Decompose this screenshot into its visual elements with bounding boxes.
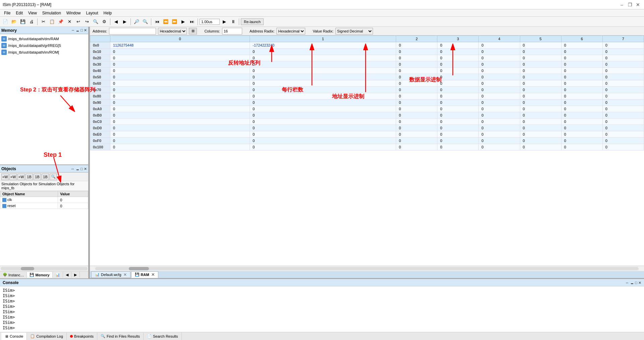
toolbar-arrow-left[interactable]: ◀ (112, 18, 120, 26)
left-tab-nav-right[interactable]: ▶ (71, 272, 80, 278)
memory-table-row-8: 0x8000000000 (90, 93, 644, 99)
btab-search-results[interactable]: 📄 Search Results (144, 333, 182, 340)
toolbar-save[interactable]: 💾 (19, 18, 27, 26)
mem-cell-15-1: 0 (250, 138, 396, 144)
time-input[interactable]: 1.00us (200, 19, 220, 25)
toolbar-paste[interactable]: 📌 (57, 18, 65, 26)
toolbar-play[interactable]: ▶ (179, 18, 187, 26)
hmem-scrollbar[interactable] (90, 266, 644, 271)
toolbar-undo[interactable]: ↩ (74, 18, 82, 26)
objects-close-btn[interactable]: ✕ (84, 167, 87, 171)
memory-close-btn[interactable]: ✕ (84, 28, 87, 32)
toolbar-print[interactable]: 🖨 (28, 18, 36, 26)
restore-button[interactable]: ❐ (627, 2, 633, 8)
address-dropdown-btn[interactable]: Hexadecimal (158, 28, 187, 35)
mem-col-2: 2 (396, 36, 437, 42)
tab-ram[interactable]: 💾 RAM ✕ (131, 271, 158, 278)
memory-item-ram[interactable]: M /mips_tb/uut/datapath/dm/RAM (1, 36, 87, 42)
mem-cell-13-3: 0 (437, 125, 479, 131)
toolbar-pause[interactable]: ⏸ (229, 18, 237, 26)
toolbar-settings[interactable]: ⚙ (100, 18, 108, 26)
memory-min-btn[interactable]: 🗕 (76, 28, 79, 32)
tab-wcfg-close[interactable]: ✕ (123, 272, 127, 277)
menu-window[interactable]: Window (64, 10, 84, 16)
mem-cell-10-1: 0 (250, 106, 396, 112)
addr-radix-select[interactable]: Hexadecimal Decimal Octal Binary (276, 28, 305, 35)
memory-panel-header: Memory ↔ 🗕 □ ✕ (0, 27, 88, 34)
btab-find-in-files[interactable]: 🔍 Find in Files Results (97, 333, 144, 340)
mem-cell-10-2: 0 (396, 106, 437, 112)
left-tab-extra[interactable]: 📊 (53, 272, 63, 278)
memory-item-reg[interactable]: M /mips_tb/uut/datapath/grf/REG[5 (1, 42, 87, 49)
obj-tb-search[interactable]: 🔍 (50, 174, 57, 180)
mem-addr-cell-3: 0x30 (90, 61, 110, 68)
btab-compilation-log[interactable]: 📋 Compilation Log (27, 333, 67, 340)
toolbar-step-back[interactable]: ⏪ (162, 18, 170, 26)
tab-default-wcfg[interactable]: 📊 Default.wcfg ✕ (91, 271, 130, 278)
memory-item-rom[interactable]: M /mips_tb/uut/datapath/im/ROM[ (1, 49, 87, 56)
left-tab-nav-left[interactable]: ◀ (63, 272, 71, 278)
val-radix-select[interactable]: Signed Decimal Unsigned Decimal Hexadeci… (335, 28, 373, 35)
left-tab-memory[interactable]: 💾 Memory (27, 272, 52, 278)
columns-input[interactable] (222, 28, 242, 35)
menu-bar: File Edit View Simulation Window Layout … (0, 9, 644, 17)
memory-expand-btn[interactable]: ↔ (71, 28, 75, 32)
toolbar-redo[interactable]: ↪ (83, 18, 91, 26)
toolbar-cut[interactable]: ✂ (39, 18, 47, 26)
left-scroll-thumb[interactable] (21, 267, 34, 270)
console-close-btn[interactable]: ✕ (638, 281, 641, 285)
tab-ram-label: RAM (141, 273, 149, 277)
relaunch-button[interactable]: Re-launch (241, 18, 264, 25)
close-button[interactable]: ✕ (635, 2, 641, 8)
obj-tb-add5[interactable]: 1B (34, 174, 41, 180)
obj-tb-add2[interactable]: +W (9, 174, 17, 180)
objects-min-btn[interactable]: 🗕 (76, 167, 79, 171)
console-expand-btn[interactable]: ↔ (625, 281, 629, 285)
menu-file[interactable]: File (1, 10, 13, 16)
toolbar-step-fwd[interactable]: ⏩ (170, 18, 178, 26)
obj-tb-add4[interactable]: 1B (25, 174, 33, 180)
address-go-btn[interactable]: ⊞ (189, 28, 197, 35)
toolbar-arrow-right[interactable]: ▶ (121, 18, 129, 26)
btab-breakpoints[interactable]: Breakpoints (67, 333, 97, 340)
toolbar-time-apply[interactable]: ▶ (220, 18, 228, 26)
toolbar-find[interactable]: 🔍 (92, 18, 100, 26)
memory-table-container[interactable]: 0 1 2 3 4 5 6 7 0x01126275448-1724223240… (90, 36, 644, 266)
mem-cell-14-4: 0 (479, 131, 520, 138)
mem-cell-2-0: 0 (110, 55, 250, 61)
mem-cell-14-1: 0 (250, 131, 396, 138)
menu-view[interactable]: View (25, 10, 40, 16)
minimize-button[interactable]: – (619, 2, 625, 8)
console-min-btn[interactable]: 🗕 (630, 281, 634, 285)
tab-ram-close[interactable]: ✕ (151, 272, 155, 277)
left-scrollbar[interactable] (0, 266, 88, 271)
menu-help[interactable]: Help (101, 10, 115, 16)
toolbar-run[interactable]: ⏭ (188, 18, 196, 26)
console-max-btn[interactable]: □ (635, 281, 637, 285)
hmem-scroll-thumb[interactable] (129, 267, 149, 270)
left-tab-instances[interactable]: 🌳 Instanc… (0, 272, 27, 278)
toolbar-zoom-in[interactable]: 🔍 (141, 18, 149, 26)
obj-tb-add3[interactable]: +W (17, 174, 25, 180)
mem-cell-6-1: 0 (250, 80, 396, 87)
obj-tb-add6[interactable]: 1B (42, 174, 49, 180)
toolbar-copy[interactable]: 📋 (48, 18, 56, 26)
toolbar-new[interactable]: 📄 (1, 18, 9, 26)
memory-max-btn[interactable]: □ (80, 28, 83, 32)
console-header: Console ↔ 🗕 □ ✕ (0, 279, 644, 286)
objects-expand-btn[interactable]: ↔ (71, 167, 74, 171)
toolbar-open[interactable]: 📂 (10, 18, 18, 26)
btab-console[interactable]: 🖥 Console (1, 333, 27, 340)
address-input[interactable] (109, 28, 156, 35)
address-dropdown[interactable]: Hexadecimal (158, 28, 187, 35)
toolbar-zoom-out[interactable]: 🔎 (132, 18, 141, 26)
toolbar-rewind[interactable]: ⏮ (153, 18, 161, 26)
menu-edit[interactable]: Edit (13, 10, 25, 16)
toolbar-delete[interactable]: ✕ (65, 18, 73, 26)
obj-tb-add[interactable]: +W (1, 174, 9, 180)
mem-cell-14-0: 0 (110, 131, 250, 138)
menu-layout[interactable]: Layout (84, 10, 101, 16)
objects-max-btn[interactable]: □ (80, 167, 83, 171)
mem-col-4: 4 (479, 36, 520, 42)
menu-simulation[interactable]: Simulation (40, 10, 64, 16)
